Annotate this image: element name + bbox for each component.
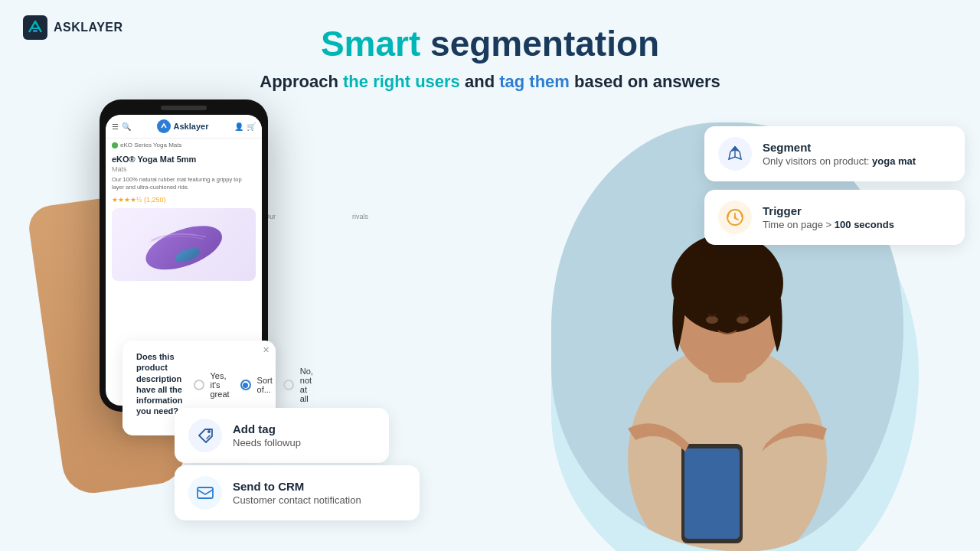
survey-option-2: Sort of... <box>240 376 273 394</box>
segment-subtitle: Only visitors on product: yoga mat <box>763 155 916 167</box>
crm-svg-icon <box>195 483 215 503</box>
trigger-subtitle: Time on page > 100 seconds <box>763 219 894 230</box>
svg-rect-11 <box>684 448 740 539</box>
crm-subtitle: Customer contact notification <box>233 494 361 506</box>
nav-left-icons: ☰ 🔍 <box>112 122 131 131</box>
addtag-icon <box>188 419 222 452</box>
yoga-mat-svg <box>126 215 241 273</box>
search-icon: 🔍 <box>122 122 131 131</box>
svg-point-15 <box>734 217 737 219</box>
addtag-svg-icon <box>195 425 215 445</box>
trigger-card: Trigger Time on page > 100 seconds <box>704 190 965 245</box>
survey-option-1: Yes, it's great <box>194 371 230 399</box>
phone-notch <box>161 106 207 110</box>
addtag-content: Add tag Needs followup <box>233 422 301 448</box>
addtag-title: Add tag <box>233 422 301 435</box>
svg-point-12 <box>140 217 227 273</box>
crm-content: Send to CRM Customer contact notificatio… <box>233 480 361 506</box>
phone-brand: Asklayer <box>157 119 209 133</box>
survey-option-2-label: Sort of... <box>257 376 273 394</box>
trigger-title: Trigger <box>763 204 894 217</box>
crm-card: Send to CRM Customer contact notificatio… <box>175 465 420 520</box>
menu-icon: ☰ <box>112 122 119 131</box>
person-image <box>551 122 903 551</box>
svg-point-16 <box>207 430 211 433</box>
trigger-accent: 100 seconds <box>835 219 894 230</box>
product-description: Our 100% natural rubber mat featuring a … <box>106 173 262 194</box>
survey-option-1-label: Yes, it's great <box>211 371 230 399</box>
product-title: eKO® Yoga Mat 5mm <box>106 152 262 165</box>
survey-option-3: No, not at all <box>283 367 313 403</box>
product-rating: ★★★★½ (1,250) <box>106 194 262 205</box>
radio-3[interactable] <box>283 380 294 390</box>
title-highlight: Smart <box>321 24 420 64</box>
title-area: Smart segmentation Approach the right us… <box>0 23 980 92</box>
radio-1[interactable] <box>194 380 204 390</box>
phone-navbar: ☰ 🔍 Asklayer 👤 🛒 <box>106 115 262 139</box>
svg-rect-17 <box>198 487 213 498</box>
trigger-svg-icon <box>725 207 745 227</box>
brand-dot <box>157 119 171 133</box>
product-image <box>112 208 256 281</box>
nav-right-icons: 👤 🛒 <box>234 122 256 131</box>
segment-content: Segment Only visitors on product: yoga m… <box>763 141 916 167</box>
survey-option-3-label: No, not at all <box>300 367 313 403</box>
brand-name: Asklayer <box>174 122 209 131</box>
segment-subtitle-pre: Only visitors on product: <box>763 155 872 167</box>
label-rivals: rivals <box>352 213 368 220</box>
radio-2[interactable] <box>240 380 251 390</box>
trigger-content: Trigger Time on page > 100 seconds <box>763 204 894 230</box>
product-category: Mats <box>106 165 262 173</box>
breadcrumb: eKO Series Yoga Mats <box>106 139 262 152</box>
trigger-subtitle-pre: Time on page > <box>763 219 835 230</box>
user-icon: 👤 <box>234 122 243 131</box>
main-title: Smart segmentation <box>0 23 980 64</box>
svg-point-9 <box>737 316 749 324</box>
radio-2-fill <box>243 383 248 388</box>
segment-icon <box>718 137 752 171</box>
addtag-subtitle: Needs followup <box>233 437 301 448</box>
breadcrumb-text: eKO Series Yoga Mats <box>120 142 182 148</box>
bag-icon: 🛒 <box>247 122 256 131</box>
segment-card: Segment Only visitors on product: yoga m… <box>704 126 965 181</box>
segment-accent: yoga mat <box>872 155 916 167</box>
survey-question: Does this product description have all t… <box>136 351 183 417</box>
trigger-icon <box>718 201 752 234</box>
survey-close-button[interactable]: ✕ <box>263 345 270 355</box>
breadcrumb-dot <box>112 142 118 148</box>
crm-icon <box>188 476 222 510</box>
crm-title: Send to CRM <box>233 480 361 493</box>
segment-svg-icon <box>725 144 745 164</box>
addtag-card: Add tag Needs followup <box>175 408 389 463</box>
svg-point-8 <box>706 316 718 324</box>
segment-title: Segment <box>763 141 916 154</box>
subtitle: Approach the right users and tag them ba… <box>0 72 980 92</box>
